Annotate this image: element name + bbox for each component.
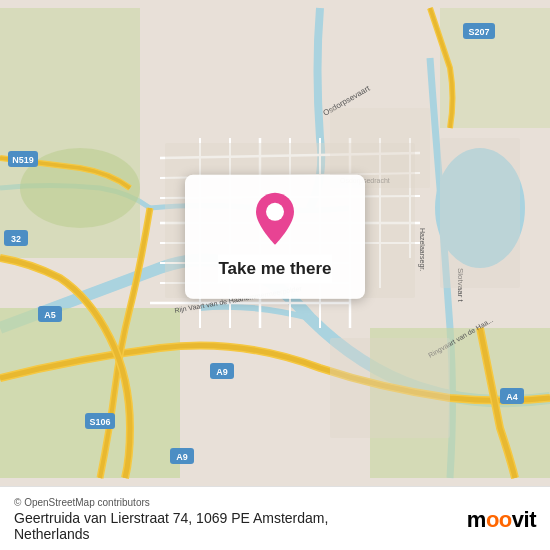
- svg-point-49: [266, 203, 284, 221]
- svg-rect-48: [330, 338, 450, 438]
- bottom-left-info: © OpenStreetMap contributors Geertruida …: [14, 497, 328, 542]
- moovit-logo: moovit: [467, 507, 536, 533]
- svg-text:A9: A9: [176, 452, 188, 462]
- svg-text:S106: S106: [89, 417, 110, 427]
- svg-text:32: 32: [11, 234, 21, 244]
- map-pin-icon: [251, 191, 299, 247]
- map-area: A9 S106 A5 32 N519 S207 A4 A9 Osdorpsev: [0, 0, 550, 486]
- page-container: A9 S106 A5 32 N519 S207 A4 A9 Osdorpsev: [0, 0, 550, 550]
- svg-text:S207: S207: [468, 27, 489, 37]
- svg-text:A5: A5: [44, 310, 56, 320]
- card-overlay: Take me there: [185, 175, 365, 299]
- svg-rect-2: [0, 308, 180, 478]
- address-text: Geertruida van Lierstraat 74, 1069 PE Am…: [14, 510, 328, 542]
- svg-text:Hazelaarsegr.: Hazelaarsegr.: [418, 228, 426, 271]
- osm-credit: © OpenStreetMap contributors: [14, 497, 328, 508]
- moovit-logo-text: moovit: [467, 507, 536, 533]
- take-me-there-button[interactable]: Take me there: [218, 255, 331, 283]
- svg-text:A9: A9: [216, 367, 228, 377]
- svg-text:A4: A4: [506, 392, 518, 402]
- address-country: Netherlands: [14, 526, 90, 542]
- svg-rect-47: [440, 138, 520, 288]
- svg-text:N519: N519: [12, 155, 34, 165]
- address-line1: Geertruida van Lierstraat 74, 1069 PE Am…: [14, 510, 328, 526]
- bottom-bar: © OpenStreetMap contributors Geertruida …: [0, 486, 550, 550]
